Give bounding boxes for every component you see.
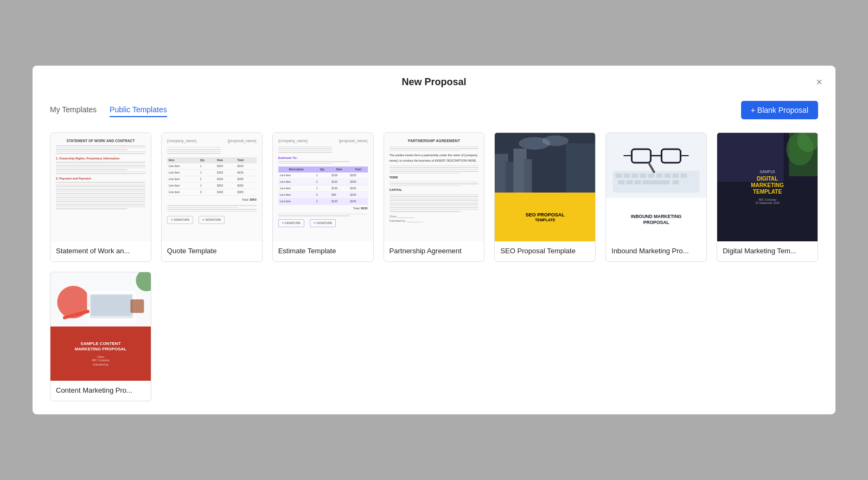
tab-my-templates[interactable]: My Templates [50,103,97,117]
template-card-content[interactable]: SAMPLE CONTENTMARKETING PROPOSAL Client … [50,272,151,401]
template-card-partnership[interactable]: PARTNERSHIP AGREEMENT The parties hereto… [384,132,485,262]
template-label-statement-of-work: Statement of Work an... [50,241,151,261]
template-card-seo[interactable]: SEO PROPOSAL TEMPLATE SEO Proposal Templ… [494,132,596,262]
template-preview-estimate: {company_name} {proposal_name} Estimate … [273,133,373,241]
template-card-statement-of-work[interactable]: STATEMENT OF WORK AND CONTRACT 1. Owners… [50,132,151,262]
template-label-partnership: Partnership Agreement [384,241,484,261]
svg-rect-4 [524,159,532,196]
svg-rect-21 [635,180,641,184]
svg-rect-18 [681,174,687,178]
template-card-digital[interactable]: SAMPLE DIGITALMARKETINGTEMPLATE ABC Comp… [717,132,818,262]
template-card-quote[interactable]: {company_name} {proposal_name} [161,132,263,262]
modal-header: New Proposal × [33,66,835,88]
svg-point-7 [542,136,569,146]
template-preview-seo: SEO PROPOSAL TEMPLATE [495,133,595,241]
svg-rect-17 [673,174,679,178]
tabs-row: My Templates Public Templates + Blank Pr… [50,101,818,119]
svg-rect-19 [618,180,625,184]
template-preview-inbound: INBOUND MARKETINGPROPOSAL [606,133,706,241]
template-preview-content: SAMPLE CONTENTMARKETING PROPOSAL Client … [50,272,151,381]
modal: New Proposal × My Templates Public Templ… [33,66,835,414]
template-card-estimate[interactable]: {company_name} {proposal_name} Estimate … [272,132,374,262]
svg-rect-13 [640,174,647,178]
svg-rect-20 [627,180,633,184]
content-image-top [50,272,151,332]
template-label-estimate: Estimate Template [273,241,373,261]
template-label-quote: Quote Template [162,241,262,261]
svg-rect-10 [616,174,622,178]
svg-rect-40 [91,295,132,316]
template-preview-digital: SAMPLE DIGITALMARKETINGTEMPLATE ABC Comp… [717,133,818,241]
template-label-inbound: Inbound Marketing Pro... [606,241,706,261]
svg-rect-22 [643,180,670,184]
tabs-container: My Templates Public Templates [50,103,180,117]
template-label-digital: Digital Marketing Tem... [717,241,818,261]
template-label-seo: SEO Proposal Template [495,241,595,261]
template-card-inbound[interactable]: INBOUND MARKETINGPROPOSAL Inbound Market… [605,132,707,262]
templates-grid: STATEMENT OF WORK AND CONTRACT 1. Owners… [50,132,818,262]
svg-rect-15 [656,174,663,178]
svg-rect-41 [130,299,144,313]
content-red-block: SAMPLE CONTENTMARKETING PROPOSAL Client … [50,327,151,381]
template-preview-quote: {company_name} {proposal_name} [162,133,262,241]
svg-rect-23 [673,180,679,184]
modal-body: My Templates Public Templates + Blank Pr… [33,88,835,414]
svg-rect-16 [665,174,671,178]
template-preview-statement-of-work: STATEMENT OF WORK AND CONTRACT 1. Owners… [50,133,151,241]
svg-rect-11 [624,174,630,178]
modal-title: New Proposal [401,76,466,88]
svg-rect-5 [566,143,596,196]
inbound-title-area: INBOUND MARKETINGPROPOSAL [606,198,706,241]
template-preview-partnership: PARTNERSHIP AGREEMENT The parties hereto… [384,133,484,241]
svg-rect-14 [648,174,655,178]
svg-rect-12 [632,174,639,178]
inbound-image-top [606,133,706,198]
template-label-content: Content Marketing Pro... [50,381,151,401]
tab-public-templates[interactable]: Public Templates [110,103,167,117]
blank-proposal-button[interactable]: + Blank Proposal [741,101,818,119]
templates-grid-row2: SAMPLE CONTENTMARKETING PROPOSAL Client … [50,272,818,401]
modal-overlay: New Proposal × My Templates Public Templ… [0,0,868,480]
close-button[interactable]: × [814,74,825,89]
seo-image-overlay [495,133,595,196]
seo-yellow-block: SEO PROPOSAL TEMPLATE [495,193,595,241]
